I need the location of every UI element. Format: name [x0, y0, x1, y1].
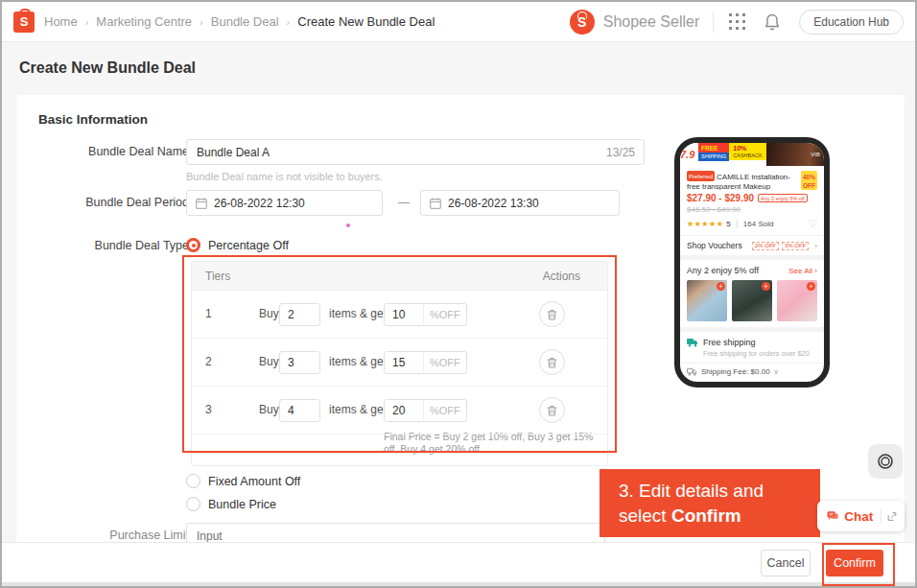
trash-icon — [547, 405, 557, 416]
buy-label: Buy — [259, 403, 279, 416]
breadcrumb-bundle-deal[interactable]: Bundle Deal — [211, 14, 279, 29]
radio-bundle-price-label[interactable]: Bundle Price — [208, 498, 276, 511]
bundle-deal-name-input[interactable] — [186, 139, 645, 165]
radio-fixed-amount-off[interactable] — [186, 474, 200, 488]
rating-value: 5 — [726, 220, 730, 228]
tier1-discount-input[interactable] — [385, 308, 423, 321]
banner-date: 7.9 — [680, 143, 698, 166]
percent-off-unit: %OFF — [423, 304, 466, 325]
voucher-badge: 3% OFF — [782, 242, 809, 250]
char-counter: 13/25 — [606, 146, 635, 159]
swirl-circle-icon — [876, 452, 895, 471]
truck-icon — [687, 338, 698, 347]
period-end-field[interactable]: 26-08-2022 13:30 — [420, 190, 620, 216]
banner-shipping-text: SHIPPING — [698, 153, 729, 161]
confirm-button[interactable]: Confirm — [826, 550, 883, 576]
period-separator: — — [398, 196, 410, 209]
percent-off-unit: %OFF — [423, 352, 466, 373]
bundle-deal-type-label: Bundle Deal Type — [45, 239, 189, 252]
product-thumbnail: + — [777, 280, 817, 321]
tier3-discount-input[interactable] — [385, 404, 423, 417]
breadcrumb-marketing-centre[interactable]: Marketing Centre — [96, 14, 192, 29]
actions-column-header: Actions — [543, 270, 594, 283]
product-info: PreferredCAMILLE installation-free trans… — [680, 166, 824, 236]
bundle-promo-badge: Any 2 enjoy 5% off — [758, 194, 808, 202]
breadcrumb-current: Create New Bundle Deal — [297, 14, 435, 29]
tier-row-3: 3 Buy items & get %OFF — [192, 387, 607, 435]
chevron-down-icon: ∨ — [774, 368, 779, 376]
product-title: PreferredCAMILLE installation-free trans… — [687, 171, 817, 190]
shopee-seller-logo-icon: S — [570, 10, 595, 35]
banner-cashback-text: CASHBACK — [729, 152, 765, 160]
notification-bell-icon[interactable] — [764, 13, 780, 31]
page-title: Create New Bundle Deal — [19, 59, 196, 77]
preferred-badge: Preferred — [687, 171, 715, 181]
trash-icon — [547, 357, 557, 368]
chat-label: Chat — [844, 509, 873, 524]
chat-widget-button[interactable]: Chat — [817, 501, 905, 531]
final-price-note: Final Price = Buy 2 get 10% off, Buy 3 g… — [192, 431, 607, 465]
tier2-qty-input[interactable] — [279, 351, 320, 374]
radio-percentage-off-label[interactable]: Percentage Off — [208, 239, 289, 252]
tier1-delete-button[interactable] — [539, 301, 565, 327]
shop-vouchers-row: Shop Vouchers 2% OFF 3% OFF › — [680, 236, 824, 255]
product-thumbnail: + — [732, 280, 772, 321]
divider — [737, 221, 738, 228]
truck-icon — [687, 367, 697, 376]
top-header: S Home › Marketing Centre › Bundle Deal … — [2, 2, 915, 42]
shipping-fee-text: Shipping Fee: $0.00 — [701, 367, 770, 376]
education-hub-button[interactable]: Education Hub — [799, 10, 904, 35]
section-title: Basic Information — [38, 112, 148, 127]
apps-grid-icon[interactable] — [729, 13, 745, 30]
tier-row-1: 1 Buy items & get %OFF — [192, 291, 607, 339]
tier-index: 1 — [205, 307, 212, 320]
purchase-limit-label: Purchase Limit — [45, 529, 189, 542]
bundle-deal-name-label: Bundle Deal Name — [45, 145, 189, 158]
popout-icon[interactable] — [887, 510, 897, 523]
items-get-label: items & get — [329, 403, 387, 416]
chevron-right-icon: › — [814, 242, 817, 250]
tier3-qty-input[interactable] — [279, 399, 320, 422]
cancel-button[interactable]: Cancel — [761, 550, 811, 576]
footer-action-bar: Cancel Confirm — [2, 542, 915, 582]
tier3-delete-button[interactable] — [539, 397, 565, 423]
free-shipping-title: Free shipping — [703, 338, 810, 347]
add-icon: + — [717, 282, 725, 291]
tiers-column-header: Tiers — [205, 270, 230, 283]
floating-widget-button[interactable] — [868, 444, 903, 479]
calendar-icon — [430, 198, 441, 209]
phone-screen: 7.9 FREE SHIPPING 10% CASHBACK VIB Prefe… — [680, 143, 824, 382]
breadcrumb-home[interactable]: Home — [44, 14, 78, 29]
cursor-dot — [346, 223, 350, 227]
breadcrumb: Home › Marketing Centre › Bundle Deal › … — [44, 14, 435, 29]
bundle-section-title: Any 2 enjoy 5% off — [687, 266, 759, 275]
tier2-discount-input[interactable] — [385, 356, 423, 369]
items-get-label: items & get — [329, 355, 387, 368]
cashback-badge: 10% CASHBACK — [729, 143, 765, 166]
promo-banner: 7.9 FREE SHIPPING 10% CASHBACK VIB — [680, 143, 824, 166]
radio-bundle-price[interactable] — [186, 497, 200, 511]
chat-icon — [827, 509, 838, 523]
annotation-line2: select Confirm — [619, 504, 820, 529]
bundle-deal-period-label: Bundle Deal Period — [45, 196, 189, 209]
name-helper-text: Bundle Deal name is not visible to buyer… — [186, 171, 383, 182]
percent-off-unit: %OFF — [423, 400, 466, 421]
radio-percentage-off[interactable] — [186, 238, 200, 252]
divider — [881, 509, 882, 523]
chevron-right-icon: › — [287, 16, 291, 28]
product-thumbnail: + — [687, 280, 727, 321]
free-shipping-subtext: Free shipping for orders over $20 — [703, 349, 810, 358]
tier3-discount-field: %OFF — [384, 399, 467, 422]
tiers-table-header: Tiers Actions — [192, 262, 607, 291]
banner-pct-text: 10% — [729, 143, 765, 152]
period-start-value: 26-08-2022 12:30 — [214, 197, 305, 210]
tier1-qty-input[interactable] — [279, 303, 320, 326]
radio-fixed-amount-off-label[interactable]: Fixed Amount Off — [208, 475, 300, 488]
annotation-line1: 3. Edit details and — [619, 479, 820, 504]
see-all-link: See All › — [788, 267, 817, 275]
shopee-logo-icon[interactable]: S — [13, 12, 35, 33]
tier2-delete-button[interactable] — [539, 349, 565, 375]
shipping-fee-row: Shipping Fee: $0.00 ∨ — [680, 364, 824, 380]
period-start-field[interactable]: 26-08-2022 12:30 — [186, 190, 383, 216]
tier2-discount-field: %OFF — [384, 351, 467, 374]
